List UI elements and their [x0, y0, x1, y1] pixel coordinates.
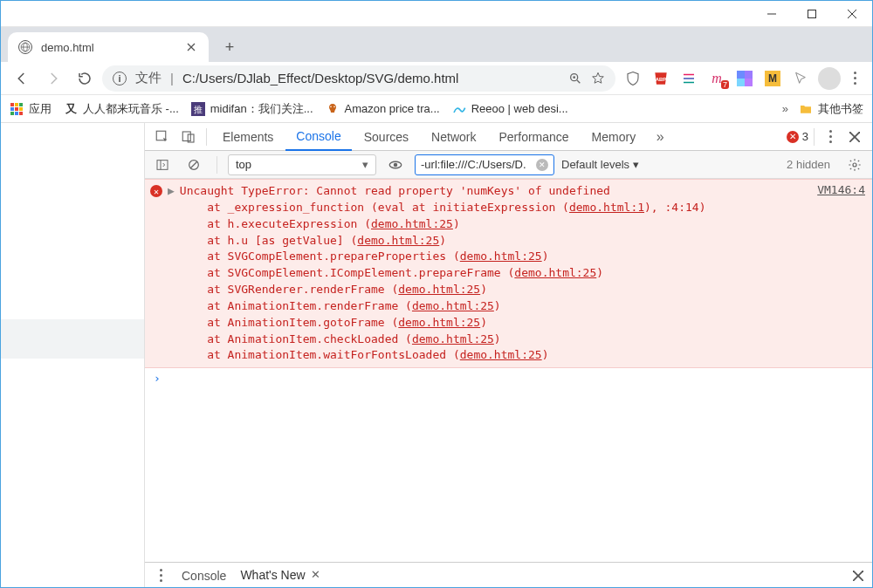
devtools-menu-button[interactable]: [820, 126, 841, 148]
reload-button[interactable]: [71, 65, 99, 92]
svg-rect-21: [15, 103, 18, 106]
svg-text:ABP: ABP: [656, 77, 666, 82]
error-badge[interactable]: ✕3: [787, 130, 808, 143]
bookmark-item[interactable]: Amazon price tra...: [326, 102, 440, 116]
site-info-icon[interactable]: i: [113, 72, 127, 85]
selection-highlight: [1, 319, 144, 359]
console-prompt[interactable]: ›: [145, 368, 872, 388]
clear-filter-icon[interactable]: ✕: [536, 159, 548, 171]
svg-rect-25: [19, 107, 23, 111]
error-source-link[interactable]: VM146:4: [817, 183, 865, 196]
ext-icon-m[interactable]: M: [764, 70, 781, 87]
tab-strip: demo.html +: [1, 27, 872, 62]
more-tabs-button[interactable]: »: [648, 126, 672, 148]
bookmark-label: 人人都来玩音乐 -...: [83, 101, 179, 117]
bookmark-label: midifan：我们关注...: [210, 101, 313, 117]
bookmark-icon: 又: [64, 102, 78, 116]
ext-icon-lines[interactable]: [680, 70, 698, 87]
tab-memory[interactable]: Memory: [581, 123, 647, 151]
abp-icon[interactable]: ABP: [652, 70, 670, 87]
svg-rect-26: [10, 112, 14, 115]
bookmark-item[interactable]: Reeoo | web desi...: [452, 102, 568, 116]
live-expression-button[interactable]: [383, 154, 408, 176]
console-sidebar-toggle[interactable]: [150, 154, 175, 176]
svg-point-32: [333, 106, 335, 107]
url-text: C:/Users/DJlab_Effect/Desktop/SVG/demo.h…: [182, 71, 560, 85]
inspect-element-button[interactable]: [150, 126, 175, 148]
devtools-drawer: Console What's New✕: [145, 562, 872, 588]
svg-rect-18: [737, 79, 745, 86]
bookmark-item[interactable]: 又人人都来玩音乐 -...: [64, 101, 179, 117]
drawer-menu-button[interactable]: [154, 569, 168, 582]
ext-icon-m7[interactable]: m7: [708, 70, 725, 87]
error-icon: ✕: [787, 131, 799, 143]
bookmark-label: Amazon price tra...: [345, 102, 440, 115]
tab-network[interactable]: Network: [421, 123, 486, 151]
device-toggle-button[interactable]: [176, 126, 201, 148]
svg-point-44: [853, 163, 856, 167]
drawer-close-button[interactable]: [853, 571, 863, 581]
window-minimize-button[interactable]: [752, 1, 792, 27]
omnibox[interactable]: i 文件 | C:/Users/DJlab_Effect/Desktop/SVG…: [102, 65, 615, 92]
clear-console-button[interactable]: [182, 154, 206, 176]
close-icon[interactable]: ✕: [311, 568, 320, 581]
tab-performance[interactable]: Performance: [488, 123, 579, 151]
browser-menu-button[interactable]: [844, 72, 865, 85]
devtools-close-button[interactable]: [842, 126, 867, 148]
svg-line-41: [190, 161, 197, 168]
folder-icon: [799, 102, 813, 116]
tab-title: demo.html: [41, 41, 175, 54]
profile-avatar[interactable]: [818, 67, 841, 90]
ext-icon-square[interactable]: [736, 70, 753, 87]
extension-icons: ABP m7 M: [619, 70, 815, 87]
globe-icon: [18, 40, 32, 54]
chevron-down-icon: ▾: [362, 158, 368, 171]
apps-shortcut[interactable]: 应用: [10, 101, 52, 117]
svg-rect-20: [10, 103, 14, 106]
back-button[interactable]: [8, 65, 36, 92]
tab-close-button[interactable]: [184, 40, 198, 54]
console-filter-input[interactable]: -url:file:///C:/Users/D.✕: [415, 154, 554, 175]
svg-line-10: [577, 80, 580, 83]
tab-console[interactable]: Console: [285, 123, 351, 151]
context-value: top: [236, 158, 251, 171]
browser-tab[interactable]: demo.html: [8, 32, 209, 62]
ext-icon-cursor[interactable]: [792, 70, 809, 87]
tab-elements[interactable]: Elements: [212, 123, 284, 151]
svg-point-31: [330, 106, 332, 107]
console-error-message[interactable]: ✕ ▶ Uncaught TypeError: Cannot read prop…: [145, 179, 872, 368]
new-tab-button[interactable]: +: [217, 35, 242, 59]
bookmark-overflow-button[interactable]: »: [782, 102, 788, 115]
console-settings-button[interactable]: [842, 154, 867, 176]
window-close-button[interactable]: [832, 1, 872, 27]
bookmark-icon: [326, 102, 340, 116]
error-count: 3: [802, 130, 808, 143]
console-toolbar: top▾ -url:file:///C:/Users/D.✕ Default l…: [145, 151, 872, 179]
svg-rect-1: [808, 10, 816, 17]
svg-rect-17: [745, 71, 753, 79]
tab-sources[interactable]: Sources: [354, 123, 419, 151]
forward-button[interactable]: [39, 65, 67, 92]
expand-caret-icon[interactable]: ▶: [168, 184, 175, 197]
chevron-down-icon: ▾: [633, 158, 639, 171]
window-titlebar: [1, 1, 872, 27]
bookmark-item[interactable]: 推midifan：我们关注...: [191, 101, 313, 117]
other-bookmarks-label: 其他书签: [818, 101, 863, 117]
bookmark-label: Reeoo | web desi...: [471, 102, 568, 115]
svg-rect-22: [19, 103, 23, 106]
page-content: [1, 123, 145, 588]
drawer-console-tab[interactable]: Console: [182, 563, 226, 589]
log-levels-selector[interactable]: Default levels▾: [561, 158, 639, 171]
whatsnew-label: What's New: [240, 568, 305, 582]
drawer-whatsnew-tab[interactable]: What's New✕: [240, 563, 320, 589]
lens-icon[interactable]: [568, 72, 582, 85]
star-icon[interactable]: [591, 72, 605, 85]
window-maximize-button[interactable]: [792, 1, 832, 27]
shield-icon[interactable]: [624, 70, 642, 87]
other-bookmarks[interactable]: 其他书签: [799, 101, 863, 117]
hidden-count[interactable]: 2 hidden: [787, 158, 830, 171]
context-selector[interactable]: top▾: [228, 154, 376, 175]
svg-point-43: [394, 162, 398, 167]
bookmark-icon: 推: [191, 102, 205, 116]
devtools-tab-bar: Elements Console Sources Network Perform…: [145, 123, 872, 151]
